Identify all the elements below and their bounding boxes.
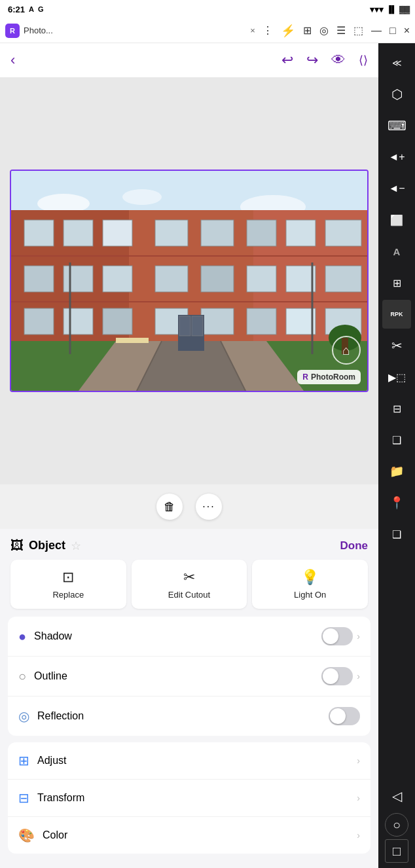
sidebar-location-icon[interactable]: 📍 — [382, 488, 411, 517]
app-icon: R — [5, 24, 20, 38]
status-g-icon: G — [38, 5, 44, 13]
adjust-row[interactable]: ⊞ Adjust › — [8, 742, 370, 780]
back-button[interactable]: ‹ — [10, 52, 15, 69]
svg-rect-22 — [247, 266, 276, 292]
svg-rect-16 — [325, 220, 361, 246]
toggle-section: ● Shadow › ○ Outline › — [8, 617, 370, 736]
close-tab-button[interactable]: × — [247, 25, 259, 37]
svg-rect-24 — [325, 266, 361, 292]
outline-toggle[interactable] — [321, 667, 353, 685]
transform-row[interactable]: ⊟ Transform › — [8, 780, 370, 817]
light-on-icon: 💡 — [301, 569, 319, 586]
redo-button[interactable]: ↪ — [306, 52, 318, 69]
svg-rect-30 — [247, 308, 276, 335]
shadow-chevron: › — [357, 631, 360, 642]
edit-cutout-label: Edit Cutout — [168, 590, 210, 600]
edit-cutout-button[interactable]: ✂ Edit Cutout — [132, 560, 247, 609]
outline-label: Outline — [34, 670, 67, 682]
sidebar-a-icon[interactable]: A — [382, 237, 411, 266]
sidebar-film-icon[interactable]: ▶⬚ — [382, 363, 411, 391]
outline-row: ○ Outline › — [8, 657, 370, 696]
svg-rect-11 — [103, 220, 132, 246]
svg-rect-10 — [63, 220, 93, 246]
share-button[interactable]: ⟨⟩ — [359, 53, 368, 67]
tab-title: Photo... — [24, 26, 243, 35]
bottom-panel: 🖼 Object ☆ Done ⊡ Replace ✂ Edit Cutout … — [0, 529, 378, 868]
photo-container: ⌂ R PhotoRoom — [10, 170, 369, 392]
transform-chevron: › — [357, 793, 360, 803]
panel-title: Object — [29, 539, 65, 552]
sidebar-rpk-icon[interactable]: RPK — [382, 300, 411, 329]
status-time: 6:21 — [8, 5, 25, 14]
sidebar-folder-icon[interactable]: 📁 — [382, 457, 411, 486]
sidebar-keyboard-icon[interactable]: ⌨ — [382, 111, 411, 140]
reflection-toggle[interactable] — [329, 707, 360, 725]
sidebar-back-top[interactable]: ≪ — [382, 48, 411, 77]
transform-icon: ⊟ — [18, 790, 29, 806]
sidebar-speaker-minus-icon[interactable]: ◄− — [382, 174, 411, 203]
reflection-label: Reflection — [37, 710, 84, 722]
close-window-icon[interactable]: × — [404, 25, 410, 37]
lightning-icon[interactable]: ⚡ — [281, 24, 295, 38]
maximize-icon[interactable]: □ — [389, 25, 396, 37]
sidebar-back-button[interactable]: ◁ — [382, 782, 411, 810]
light-on-label: Light On — [294, 590, 326, 600]
title-bar: R Photo... × ⋮ ⚡ ⊞ ◎ ☰ ⬚ — □ × — [0, 18, 415, 43]
main-content: ‹ ↩ ↪ 👁 ⟨⟩ — [0, 43, 415, 868]
shadow-toggle[interactable] — [321, 627, 353, 645]
reflection-row: ◎ Reflection — [8, 696, 370, 736]
wifi-icon: ▾▾▾ — [370, 5, 384, 14]
toolbar: ‹ ↩ ↪ 👁 ⟨⟩ — [0, 43, 378, 77]
sidebar-screen-icon[interactable]: ⬜ — [382, 206, 411, 234]
svg-rect-40 — [116, 338, 149, 343]
svg-rect-12 — [155, 220, 188, 246]
status-a-icon: A — [29, 5, 34, 13]
color-row[interactable]: 🎨 Color › — [8, 817, 370, 854]
svg-rect-15 — [286, 220, 316, 246]
favorite-icon[interactable]: ☆ — [71, 539, 81, 553]
replace-label: Replace — [52, 590, 84, 600]
svg-rect-25 — [24, 308, 54, 335]
undo-button[interactable]: ↩ — [281, 52, 293, 69]
done-button[interactable]: Done — [340, 539, 369, 552]
svg-rect-9 — [24, 220, 54, 246]
delete-button[interactable]: 🗑 — [156, 494, 183, 520]
svg-rect-21 — [201, 266, 234, 292]
object-emoji: 🖼 — [10, 538, 24, 553]
sidebar-scissors-icon[interactable]: ✂ — [382, 331, 411, 360]
sidebar-circle-button[interactable]: ○ — [385, 813, 408, 837]
sidebar-panels-icon[interactable]: ❑ — [382, 425, 411, 454]
replace-icon: ⊡ — [62, 569, 74, 586]
reflection-icon: ◎ — [18, 708, 29, 724]
sidebar-speaker-plus-icon[interactable]: ◄+ — [382, 143, 411, 172]
more-actions-button[interactable]: ··· — [196, 494, 222, 520]
replace-button[interactable]: ⊡ Replace — [10, 560, 126, 609]
sidebar-square-button[interactable]: □ — [385, 839, 408, 863]
sidebar-plus-box-icon[interactable]: ⊞ — [382, 268, 411, 297]
svg-rect-27 — [103, 308, 132, 335]
svg-rect-13 — [201, 220, 234, 246]
svg-rect-29 — [201, 308, 234, 335]
sidebar-sliders-icon[interactable]: ⊟ — [382, 394, 411, 423]
action-row: 🗑 ··· — [0, 484, 378, 529]
photoroom-text: PhotoRoom — [311, 372, 355, 382]
center-area: ‹ ↩ ↪ 👁 ⟨⟩ — [0, 43, 378, 868]
transform-label: Transform — [37, 792, 84, 804]
nav-section: ⊞ Adjust › ⊟ Transform › 🎨 Color — [8, 742, 370, 854]
gamepad-icon[interactable]: ⊞ — [303, 24, 312, 37]
sidebar-hexagon-icon[interactable]: ⬡ — [382, 80, 411, 109]
more-options-button[interactable]: ⋮ — [262, 24, 273, 37]
menu-icon[interactable]: ☰ — [336, 24, 346, 37]
color-icon: 🎨 — [18, 827, 35, 843]
svg-rect-45 — [192, 316, 203, 336]
photoroom-badge: R PhotoRoom — [297, 370, 361, 384]
export-icon[interactable]: ⬚ — [353, 24, 363, 37]
canvas-area[interactable]: ⌂ R PhotoRoom — [0, 77, 378, 484]
light-on-button[interactable]: 💡 Light On — [252, 560, 368, 609]
sidebar-compare-icon[interactable]: ❑ — [382, 520, 411, 549]
minimize-icon[interactable]: — — [371, 25, 382, 37]
face-icon[interactable]: ◎ — [319, 24, 329, 37]
preview-button[interactable]: 👁 — [331, 52, 346, 69]
svg-rect-44 — [179, 316, 190, 336]
outline-chevron: › — [357, 671, 360, 681]
